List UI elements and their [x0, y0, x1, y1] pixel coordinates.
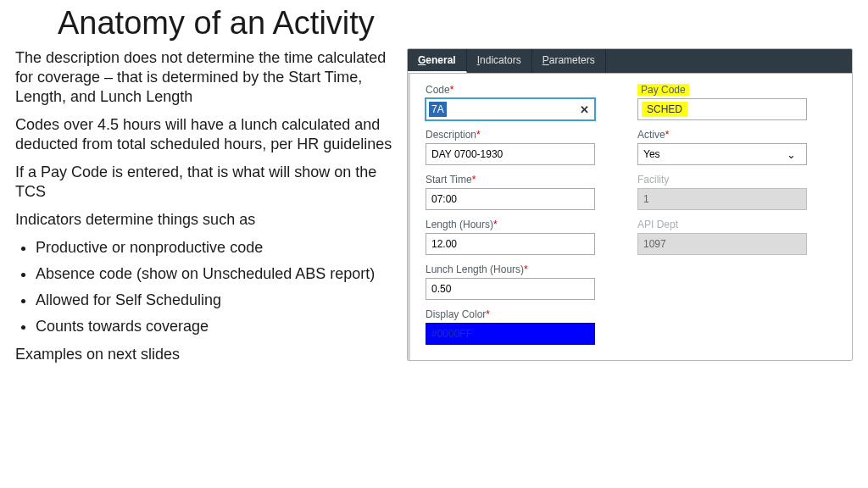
active-label: Active* — [637, 129, 838, 141]
bullet-absence: Absence code (show on Unscheduled ABS re… — [36, 264, 397, 284]
description-input[interactable] — [426, 143, 595, 165]
api-dept-input — [637, 233, 807, 255]
pay-code-label: Pay Code — [637, 84, 838, 96]
para-5: Examples on next slides — [15, 345, 397, 364]
start-time-label: Start Time* — [426, 174, 612, 186]
code-value: 7A — [429, 102, 447, 117]
tab-parameters[interactable]: Parameters — [532, 49, 606, 73]
description-text: The description does not determine the t… — [15, 48, 397, 373]
display-color-label: Display Color* — [426, 308, 612, 320]
code-label: Code* — [426, 84, 612, 96]
tab-general[interactable]: General — [408, 49, 467, 73]
facility-input — [637, 188, 807, 210]
facility-label: Facility — [637, 174, 838, 186]
pay-code-input[interactable]: SCHED — [637, 98, 807, 120]
clear-icon[interactable]: ✕ — [580, 103, 589, 116]
active-select[interactable]: Yes ⌄ — [637, 143, 807, 165]
length-input[interactable] — [426, 233, 595, 255]
bullet-productive: Productive or nonproductive code — [36, 238, 397, 258]
api-dept-label: API Dept — [637, 219, 838, 230]
page-title: Anatomy of an Activity — [58, 5, 853, 42]
lunch-length-input[interactable] — [426, 278, 595, 300]
code-input[interactable]: 7A ✕ — [426, 98, 595, 120]
description-label: Description* — [426, 129, 612, 141]
active-value: Yes — [643, 148, 660, 160]
para-4: Indicators determine things such as — [15, 210, 397, 230]
display-color-input[interactable] — [426, 323, 595, 345]
lunch-length-label: Lunch Length (Hours)* — [426, 263, 612, 275]
para-3: If a Pay Code is entered, that is what w… — [15, 163, 397, 202]
bullet-coverage: Counts towards coverage — [36, 317, 397, 336]
start-time-input[interactable] — [426, 188, 595, 210]
para-1: The description does not determine the t… — [15, 48, 397, 107]
para-2: Codes over 4.5 hours will have a lunch c… — [15, 115, 397, 154]
chevron-down-icon: ⌄ — [787, 148, 796, 161]
bullet-self-scheduling: Allowed for Self Scheduling — [36, 291, 397, 310]
activity-form-panel: General Indicators Parameters Code* 7A ✕ — [407, 48, 853, 361]
tab-indicators[interactable]: Indicators — [467, 49, 532, 73]
tabs-bar: General Indicators Parameters — [408, 49, 852, 74]
pay-code-value: SCHED — [642, 102, 687, 117]
length-label: Length (Hours)* — [426, 219, 612, 230]
